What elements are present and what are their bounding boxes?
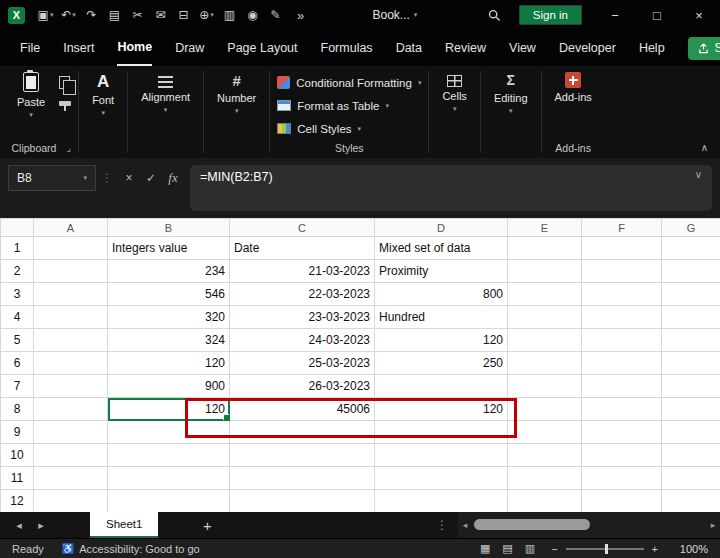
cell-A3[interactable] [34, 283, 108, 306]
cell-D6[interactable]: 250 [375, 352, 508, 375]
add-sheet-button[interactable]: + [196, 517, 218, 534]
maximize-button[interactable]: □ [636, 0, 678, 30]
cell-D10[interactable] [375, 444, 508, 467]
cell-B8[interactable]: 120 [108, 398, 230, 421]
tab-insert[interactable]: Insert [63, 30, 94, 66]
format-as-table-button[interactable]: Format as Table ▾ [277, 95, 421, 116]
language-icon[interactable]: ⊕▾ [195, 8, 218, 22]
cell-B6[interactable]: 120 [108, 352, 230, 375]
cell-C3[interactable]: 22-03-2023 [230, 283, 375, 306]
cell-C8[interactable]: 45006 [230, 398, 375, 421]
page-break-view-icon[interactable]: ▥ [525, 542, 535, 555]
cell-G10[interactable] [662, 444, 720, 467]
column-header-A[interactable]: A [34, 219, 108, 237]
enter-icon[interactable]: ✓ [140, 165, 162, 191]
zoom-level[interactable]: 100% [674, 543, 708, 555]
cell-B11[interactable] [108, 467, 230, 490]
cell-E4[interactable] [508, 306, 582, 329]
tab-developer[interactable]: Developer [559, 30, 616, 66]
cell-F10[interactable] [582, 444, 662, 467]
row-header-10[interactable]: 10 [1, 444, 34, 467]
sheet-tab-sheet1[interactable]: Sheet1 [90, 512, 158, 538]
cell-D2[interactable]: Proximity [375, 260, 508, 283]
cell-C11[interactable] [230, 467, 375, 490]
cell-F1[interactable] [582, 237, 662, 260]
cell-A12[interactable] [34, 490, 108, 513]
cell-G12[interactable] [662, 490, 720, 513]
redo-icon[interactable]: ↷ [80, 8, 103, 22]
zoom-slider[interactable] [566, 548, 644, 550]
zoom-out-icon[interactable]: − [551, 543, 557, 555]
cell-E11[interactable] [508, 467, 582, 490]
mail-icon[interactable]: ✉ [149, 8, 172, 22]
cell-styles-button[interactable]: Cell Styles ▾ [277, 118, 421, 139]
cell-D12[interactable] [375, 490, 508, 513]
collapse-ribbon-icon[interactable]: ∧ [701, 142, 708, 153]
sheet-nav-right-icon[interactable]: ▸ [30, 519, 52, 532]
row-header-3[interactable]: 3 [1, 283, 34, 306]
copy-icon[interactable]: ▤ [103, 8, 126, 22]
scrollbar-thumb[interactable] [474, 519, 590, 530]
clipboard-dialog-launcher-icon[interactable]: ⌟ [66, 143, 70, 153]
cell-A11[interactable] [34, 467, 108, 490]
print-icon[interactable]: ⊟ [172, 8, 195, 22]
cell-G5[interactable] [662, 329, 720, 352]
cell-F7[interactable] [582, 375, 662, 398]
tab-help[interactable]: Help [639, 30, 665, 66]
tab-page-layout[interactable]: Page Layout [227, 30, 297, 66]
cancel-icon[interactable]: × [118, 165, 140, 191]
page-layout-view-icon[interactable]: ▤ [502, 542, 512, 555]
cell-C12[interactable] [230, 490, 375, 513]
row-header-1[interactable]: 1 [1, 237, 34, 260]
cell-G4[interactable] [662, 306, 720, 329]
cell-D4[interactable]: Hundred [375, 306, 508, 329]
cell-A4[interactable] [34, 306, 108, 329]
cell-C7[interactable]: 26-03-2023 [230, 375, 375, 398]
cell-D11[interactable] [375, 467, 508, 490]
cell-E12[interactable] [508, 490, 582, 513]
column-header-F[interactable]: F [582, 219, 662, 237]
zoom-in-icon[interactable]: + [652, 543, 658, 555]
alignment-group-button[interactable]: Alignment ▾ [135, 72, 196, 114]
zoom-slider-thumb[interactable] [605, 544, 608, 554]
cell-G11[interactable] [662, 467, 720, 490]
cell-A5[interactable] [34, 329, 108, 352]
insert-function-icon[interactable]: fx [162, 165, 184, 191]
cells-group-button[interactable]: Cells ▾ [436, 72, 472, 113]
cell-D7[interactable] [375, 375, 508, 398]
cell-E6[interactable] [508, 352, 582, 375]
cell-D9[interactable] [375, 421, 508, 444]
cell-B3[interactable]: 546 [108, 283, 230, 306]
row-header-4[interactable]: 4 [1, 306, 34, 329]
camera-icon[interactable]: ◉ [241, 8, 264, 22]
cell-A2[interactable] [34, 260, 108, 283]
font-group-button[interactable]: A Font ▾ [86, 72, 120, 117]
cell-B2[interactable]: 234 [108, 260, 230, 283]
cell-A9[interactable] [34, 421, 108, 444]
copy-icon[interactable] [59, 76, 70, 89]
sheetbar-more-icon[interactable]: ⋮ [436, 518, 448, 532]
cell-F5[interactable] [582, 329, 662, 352]
cell-E9[interactable] [508, 421, 582, 444]
cell-E3[interactable] [508, 283, 582, 306]
column-header-E[interactable]: E [508, 219, 582, 237]
cell-F8[interactable] [582, 398, 662, 421]
cell-D5[interactable]: 120 [375, 329, 508, 352]
cell-G2[interactable] [662, 260, 720, 283]
conditional-formatting-button[interactable]: Conditional Formatting ▾ [277, 72, 421, 93]
row-header-5[interactable]: 5 [1, 329, 34, 352]
cell-B4[interactable]: 320 [108, 306, 230, 329]
cell-B12[interactable] [108, 490, 230, 513]
cell-A7[interactable] [34, 375, 108, 398]
cell-F4[interactable] [582, 306, 662, 329]
row-header-8[interactable]: 8 [1, 398, 34, 421]
cell-C1[interactable]: Date [230, 237, 375, 260]
scrollbar-track[interactable] [472, 512, 706, 538]
cell-E7[interactable] [508, 375, 582, 398]
expand-formula-bar-icon[interactable]: ∨ [695, 169, 702, 180]
cut-icon[interactable]: ✂ [126, 8, 149, 22]
row-header-11[interactable]: 11 [1, 467, 34, 490]
cell-G7[interactable] [662, 375, 720, 398]
cell-C4[interactable]: 23-03-2023 [230, 306, 375, 329]
cell-A8[interactable] [34, 398, 108, 421]
